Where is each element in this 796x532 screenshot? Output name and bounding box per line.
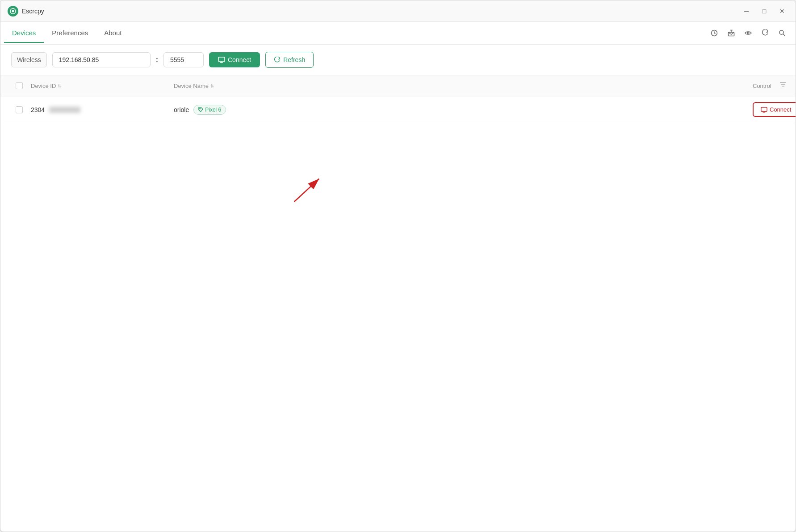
titlebar-controls: ─ □ ✕	[740, 5, 788, 17]
table-area: Device ID ⇅ Device Name ⇅ Control	[0, 75, 796, 123]
filter-icon	[779, 82, 787, 88]
device-tag-label: Pixel 6	[205, 107, 221, 113]
clock-icon	[711, 29, 718, 37]
port-separator: :	[156, 56, 158, 64]
refresh-circle-icon	[762, 29, 769, 37]
device-id-value: 2304	[31, 106, 45, 113]
screen-icon	[761, 107, 767, 113]
device-id-cell: 2304	[31, 106, 174, 113]
close-button[interactable]: ✕	[776, 5, 788, 17]
titlebar-left: Escrcpy	[8, 6, 44, 17]
refresh-button[interactable]: Refresh	[265, 52, 314, 68]
tag-icon	[198, 107, 203, 112]
row-connect-label: Connect	[770, 106, 791, 113]
minimize-button[interactable]: ─	[740, 5, 753, 17]
eye-icon	[745, 29, 752, 37]
device-name-cell: oriole Pixel 6	[174, 105, 753, 115]
svg-line-8	[783, 34, 785, 36]
col-header-device-name-label: Device Name	[174, 83, 209, 89]
wireless-label: Wireless	[11, 52, 47, 67]
svg-point-7	[779, 30, 783, 34]
content-wrapper: Device ID ⇅ Device Name ⇅ Control	[0, 75, 796, 532]
row-checkbox-cell	[8, 106, 31, 113]
row-checkbox[interactable]	[16, 106, 23, 113]
header-checkbox[interactable]	[16, 82, 23, 89]
svg-rect-16	[761, 107, 767, 111]
refresh-btn-icon	[274, 57, 281, 63]
col-header-control: Control	[753, 80, 788, 91]
tab-devices[interactable]: Devices	[4, 24, 44, 43]
app-window: Escrcpy ─ □ ✕ Devices Preferences About	[0, 0, 796, 532]
tabs: Devices Preferences About	[4, 22, 130, 44]
inbox-icon	[728, 29, 735, 37]
monitor-icon	[218, 56, 225, 63]
header-checkbox-cell	[8, 82, 31, 89]
sort-icon-device-id[interactable]: ⇅	[58, 83, 61, 88]
col-header-device-id: Device ID ⇅	[31, 83, 174, 89]
connect-primary-label: Connect	[228, 56, 251, 63]
svg-rect-9	[218, 57, 225, 62]
eye-icon-btn[interactable]	[742, 27, 754, 39]
svg-point-6	[747, 32, 749, 34]
device-name-value: oriole	[174, 106, 189, 113]
clock-icon-btn[interactable]	[708, 27, 721, 39]
annotation-overlay	[0, 75, 796, 532]
wireless-toolbar: Wireless : Connect Refresh	[0, 45, 796, 75]
maximize-button[interactable]: □	[758, 5, 771, 17]
app-title: Escrcpy	[22, 8, 44, 15]
refresh-label: Refresh	[283, 56, 305, 63]
col-header-control-label: Control	[753, 83, 776, 89]
device-tag: Pixel 6	[193, 105, 226, 115]
inbox-icon-btn[interactable]	[725, 27, 737, 39]
refresh-icon-btn[interactable]	[759, 27, 771, 39]
device-id-blur	[49, 107, 80, 113]
escrcpy-logo	[9, 8, 17, 15]
tab-about[interactable]: About	[96, 24, 130, 43]
connect-primary-button[interactable]: Connect	[209, 52, 260, 67]
table-header: Device ID ⇅ Device Name ⇅ Control	[0, 75, 796, 96]
svg-point-15	[200, 108, 201, 109]
col-header-device-name: Device Name ⇅	[174, 83, 753, 89]
control-cell: Connect Extra	[753, 102, 788, 117]
header-icons	[708, 27, 788, 39]
titlebar: Escrcpy ─ □ ✕	[0, 0, 796, 22]
app-icon	[8, 6, 18, 17]
port-input[interactable]	[163, 52, 204, 67]
table-row: 2304 oriole Pixel 6	[0, 96, 796, 123]
svg-line-24	[294, 179, 319, 201]
ip-input[interactable]	[52, 52, 151, 67]
column-filter-button[interactable]	[778, 80, 788, 91]
sort-icon-device-name[interactable]: ⇅	[210, 83, 214, 88]
row-connect-button[interactable]: Connect	[753, 102, 796, 117]
search-icon-btn[interactable]	[776, 27, 788, 39]
tab-preferences[interactable]: Preferences	[44, 24, 96, 43]
col-header-device-id-label: Device ID	[31, 83, 56, 89]
svg-point-1	[12, 10, 14, 12]
search-icon	[779, 29, 786, 37]
